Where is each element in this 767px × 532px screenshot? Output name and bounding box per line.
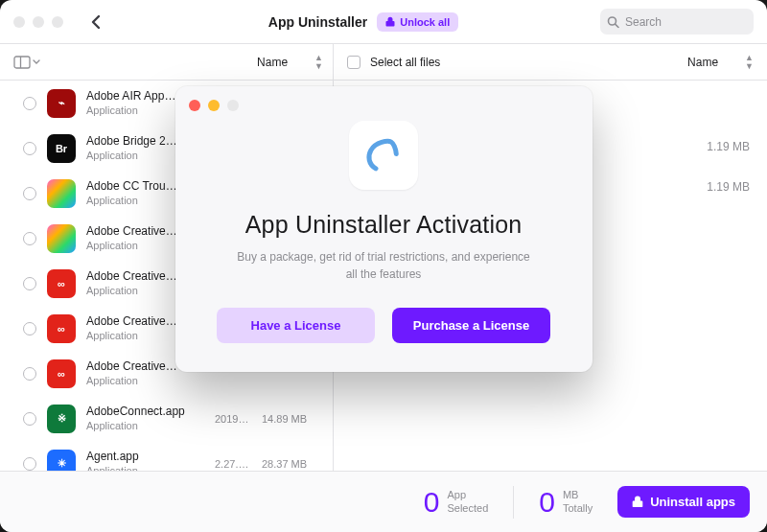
window-controls xyxy=(13,16,63,28)
modal-window-controls xyxy=(189,100,564,111)
total-count: 0 xyxy=(539,486,555,519)
app-icon xyxy=(47,224,76,253)
close-icon[interactable] xyxy=(189,100,200,111)
sort-caret-icon: ▲▼ xyxy=(745,54,754,71)
sidebar-layout-icon xyxy=(13,56,31,69)
titlebar: App Uninstaller Unlock all xyxy=(0,0,767,44)
left-sort-label: Name xyxy=(257,56,288,69)
search-input[interactable] xyxy=(600,9,754,35)
app-icon: ∞ xyxy=(47,314,76,343)
chevron-down-icon xyxy=(33,59,40,65)
close-icon[interactable] xyxy=(13,16,25,28)
app-uninstaller-icon xyxy=(349,121,418,190)
app-meta: AdobeConnect.appApplication xyxy=(86,404,204,433)
total-label: Totally xyxy=(563,502,593,516)
total-unit: MB xyxy=(563,489,593,502)
purchase-license-button[interactable]: Purchase a License xyxy=(392,308,550,343)
app-size: 28.37 MB xyxy=(262,458,319,470)
left-sort-button[interactable]: Name ▲▼ xyxy=(257,54,323,71)
selected-label: Selected xyxy=(447,502,488,516)
selected-count: 0 xyxy=(424,486,440,519)
checkbox-icon[interactable] xyxy=(23,97,36,110)
modal-buttons: Have a License Purchase a License xyxy=(204,308,564,343)
unlock-all-label: Unlock all xyxy=(400,16,450,28)
back-button[interactable] xyxy=(86,13,104,31)
app-icon xyxy=(47,179,76,208)
app-kind: Application xyxy=(86,374,204,388)
app-meta: Agent.appApplication xyxy=(86,449,204,471)
checkbox-icon[interactable] xyxy=(23,142,36,155)
right-sort-label: Name xyxy=(687,56,718,69)
have-license-button[interactable]: Have a License xyxy=(217,308,375,343)
activation-modal: App Uninstaller Activation Buy a package… xyxy=(175,86,593,372)
divider xyxy=(513,486,514,519)
checkbox-icon[interactable] xyxy=(23,232,36,245)
unlock-all-button[interactable]: Unlock all xyxy=(377,12,458,32)
chevron-left-icon xyxy=(90,14,101,30)
checkbox-icon xyxy=(347,56,360,69)
app-date: 2019… xyxy=(215,413,251,425)
minimize-icon[interactable] xyxy=(33,16,44,28)
app-icon: ∞ xyxy=(47,269,76,298)
search-icon xyxy=(607,15,619,28)
toolbar-right: Select all files Name ▲▼ xyxy=(334,44,767,80)
app-icon: ※ xyxy=(47,405,76,433)
app-icon: ✳ xyxy=(47,450,76,471)
search-wrap xyxy=(600,9,754,35)
view-switcher[interactable] xyxy=(13,56,40,69)
select-all-label: Select all files xyxy=(370,56,440,69)
maximize-icon xyxy=(227,100,239,111)
uninstall-button[interactable]: Uninstall apps xyxy=(617,486,750,518)
lock-icon xyxy=(385,16,395,27)
svg-line-1 xyxy=(616,24,618,27)
file-size: 1.19 MB xyxy=(707,140,750,153)
checkbox-icon[interactable] xyxy=(23,412,36,426)
metric-selected: 0 App Selected xyxy=(424,486,489,519)
app-window: App Uninstaller Unlock all Name ▲▼ xyxy=(0,0,767,532)
checkbox-icon[interactable] xyxy=(23,457,36,471)
app-name: Agent.app xyxy=(86,449,204,464)
maximize-icon[interactable] xyxy=(52,16,63,28)
svg-rect-2 xyxy=(14,57,30,68)
right-sort-button[interactable]: Name ▲▼ xyxy=(687,54,754,71)
app-icon: ∞ xyxy=(47,359,76,388)
file-size: 1.19 MB xyxy=(707,180,750,194)
checkbox-icon[interactable] xyxy=(23,367,36,381)
page-title: App Uninstaller xyxy=(268,14,367,30)
app-icon: Br xyxy=(47,134,76,163)
toolbar-left: Name ▲▼ xyxy=(0,44,334,80)
app-date: 2.27.… xyxy=(215,458,251,470)
title-area: App Uninstaller Unlock all xyxy=(127,12,600,32)
checkbox-icon[interactable] xyxy=(23,277,36,290)
modal-subtitle: Buy a package, get rid of trial restrict… xyxy=(230,248,537,283)
select-all-checkbox[interactable]: Select all files xyxy=(347,56,440,69)
app-row[interactable]: ✳Agent.appApplication2.27.…28.37 MB xyxy=(0,441,333,471)
lock-icon xyxy=(632,496,643,508)
checkbox-icon[interactable] xyxy=(23,322,36,335)
uninstall-label: Uninstall apps xyxy=(650,495,735,509)
selected-unit: App xyxy=(447,489,488,502)
sort-caret-icon: ▲▼ xyxy=(314,54,323,71)
metric-total: 0 MB Totally xyxy=(539,486,593,519)
app-kind: Application xyxy=(86,419,204,433)
app-name: AdobeConnect.app xyxy=(86,404,204,419)
app-size: 14.89 MB xyxy=(262,413,319,425)
footer: 0 App Selected 0 MB Totally Uninstall ap… xyxy=(0,471,767,532)
minimize-icon[interactable] xyxy=(208,100,220,111)
toolbar: Name ▲▼ Select all files Name ▲▼ xyxy=(0,44,767,81)
app-icon: ⌁ xyxy=(47,89,76,118)
app-row[interactable]: ※AdobeConnect.appApplication2019…14.89 M… xyxy=(0,396,333,441)
checkbox-icon[interactable] xyxy=(23,187,36,200)
modal-title: App Uninstaller Activation xyxy=(204,211,564,239)
